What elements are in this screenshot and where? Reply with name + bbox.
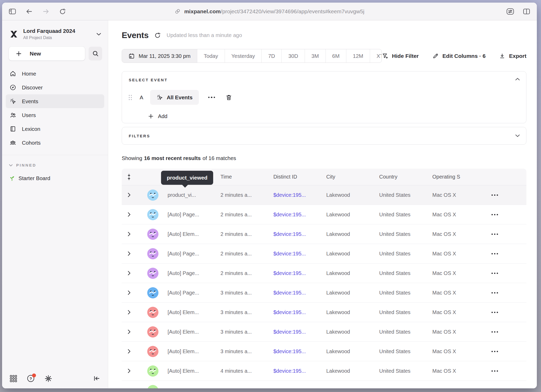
collapse-rows-icon[interactable] [127, 174, 131, 180]
hide-filter-button[interactable]: Hide Filter [382, 53, 419, 59]
distinct-id-link[interactable]: $device:195... [273, 329, 326, 335]
range-30d[interactable]: 30D [281, 49, 305, 63]
row-actions-button[interactable] [491, 214, 526, 215]
table-row[interactable]: [Auto] Page... 2 minutes a... $device:19… [122, 244, 526, 264]
column-header-country[interactable]: Country [379, 174, 432, 180]
column-header-os[interactable]: Operating S [432, 174, 491, 180]
collapse-sidebar-icon[interactable] [93, 375, 100, 382]
distinct-id-link[interactable]: $device:195... [273, 290, 326, 296]
expand-row-icon[interactable] [128, 271, 131, 275]
distinct-id-link[interactable]: $device:195... [273, 270, 326, 276]
event-selector-chip[interactable]: All Events [150, 90, 199, 105]
reload-icon[interactable] [59, 8, 66, 15]
expand-row-icon[interactable] [128, 329, 131, 334]
distinct-id-link[interactable]: $device:195... [273, 348, 326, 354]
row-actions-button[interactable] [491, 253, 526, 254]
address-bar[interactable]: mixpanel.com/project/3472420/view/397469… [175, 8, 364, 15]
row-actions-button[interactable] [491, 234, 526, 235]
export-button[interactable]: Export [499, 53, 526, 59]
range-today[interactable]: Today [197, 49, 225, 63]
distinct-id-link[interactable]: $device:195... [273, 309, 326, 315]
distinct-id-link[interactable]: $device:195... [273, 212, 326, 218]
event-more-button[interactable] [208, 97, 215, 98]
table-row[interactable]: product_vi... 2 minutes a... $device:195… [122, 185, 526, 205]
sidebar-item-lexicon[interactable]: Lexicon [6, 122, 104, 136]
range-6m[interactable]: 6M [325, 49, 346, 63]
expand-row-icon[interactable] [128, 310, 131, 315]
trash-icon[interactable] [225, 94, 232, 101]
row-actions-button[interactable] [491, 273, 526, 274]
back-icon[interactable] [26, 8, 33, 15]
page-settings-icon[interactable] [506, 8, 514, 15]
project-name: Lord Farquaad 2024 [23, 28, 75, 34]
city-cell: Lakewood [326, 290, 379, 296]
distinct-id-link[interactable]: $device:195... [273, 192, 326, 198]
column-header-time[interactable]: Time [220, 174, 273, 180]
date-picker-segment[interactable]: Mar 11, 2025 3:30 pm [122, 49, 197, 63]
table-row[interactable] [122, 381, 526, 388]
range-3m[interactable]: 3M [305, 49, 325, 63]
expand-row-icon[interactable] [128, 212, 131, 217]
table-row[interactable]: [Auto] Page... 3 minutes a... $device:19… [122, 283, 526, 303]
add-event-button[interactable]: Add [129, 113, 519, 119]
expand-row-icon[interactable] [128, 290, 131, 295]
project-selector[interactable]: Lord Farquaad 2024 All Project Data [2, 20, 108, 45]
row-actions-button[interactable] [491, 292, 526, 293]
apps-grid-icon[interactable] [10, 375, 17, 382]
table-row[interactable]: [Auto] Elem... 4 minutes a... $device:19… [122, 361, 526, 381]
expand-row-icon[interactable] [128, 193, 131, 197]
row-actions-button[interactable] [491, 194, 526, 196]
sidebar-item-home[interactable]: Home [6, 67, 104, 81]
forward-icon[interactable] [42, 8, 49, 15]
expand-row-icon[interactable] [128, 369, 131, 373]
expand-row-icon[interactable] [128, 232, 131, 236]
edit-columns-button[interactable]: Edit Columns · 6 [432, 53, 486, 59]
sidebar-item-starter-board[interactable]: Starter Board [2, 167, 108, 181]
help-button[interactable]: ? [27, 375, 35, 382]
range-xtd[interactable]: XTD [370, 49, 382, 63]
chevron-down-icon[interactable] [515, 134, 520, 137]
range-7d[interactable]: 7D [261, 49, 281, 63]
search-button[interactable] [89, 47, 102, 60]
split-view-icon[interactable] [523, 8, 530, 15]
main-content: Events Updated less than a minute ago Ma… [108, 20, 537, 388]
sidebar-item-users[interactable]: Users [6, 108, 104, 122]
table-row[interactable]: [Auto] Page... 2 minutes a... $device:19… [122, 205, 526, 224]
settings-gear-icon[interactable] [45, 375, 52, 382]
table-row[interactable]: [Auto] Page... 2 minutes a... $device:19… [122, 264, 526, 283]
distinct-id-link[interactable]: $device:195... [273, 251, 326, 257]
row-actions-button[interactable] [491, 312, 526, 313]
pinned-section-toggle[interactable]: PINNED [2, 155, 108, 167]
refresh-icon[interactable] [154, 32, 161, 39]
row-actions-button[interactable] [491, 370, 526, 372]
chevron-up-icon[interactable] [515, 78, 520, 81]
sidebar: Lord Farquaad 2024 All Project Data New [2, 20, 108, 388]
sidebar-item-cohorts[interactable]: Cohorts [6, 136, 104, 150]
expand-row-icon[interactable] [128, 349, 131, 354]
expand-row-icon[interactable] [128, 251, 131, 256]
range-12m[interactable]: 12M [346, 49, 370, 63]
sidebar-item-label: Lexicon [22, 126, 40, 132]
os-cell: Mac OS X [432, 368, 491, 374]
browser-sidebar-toggle-icon[interactable] [9, 8, 16, 15]
sidebar-item-label: Events [22, 98, 38, 105]
column-header-city[interactable]: City [326, 174, 379, 180]
drag-handle[interactable] [129, 95, 132, 100]
row-actions-button[interactable] [491, 331, 526, 333]
country-cell: United States [379, 270, 432, 276]
table-row[interactable]: [Auto] Elem... 2 minutes a... $device:19… [122, 224, 526, 244]
distinct-id-link[interactable]: $device:195... [273, 231, 326, 237]
table-row[interactable]: [Auto] Elem... 3 minutes a... $device:19… [122, 342, 526, 361]
column-header-distinct-id[interactable]: Distinct ID [273, 174, 326, 180]
table-row[interactable]: [Auto] Elem... 3 minutes a... $device:19… [122, 303, 526, 322]
range-yesterday[interactable]: Yesterday [225, 49, 261, 63]
row-actions-button[interactable] [491, 351, 526, 352]
city-cell: Lakewood [326, 251, 379, 257]
distinct-id-link[interactable]: $device:195... [273, 368, 326, 374]
sidebar-item-events[interactable]: Events [6, 94, 104, 108]
avatar [147, 268, 158, 279]
table-row[interactable]: [Auto] Elem... 3 minutes a... $device:19… [122, 322, 526, 342]
sidebar-item-discover[interactable]: Discover [6, 81, 104, 94]
new-button[interactable]: New [9, 47, 85, 60]
notification-dot [32, 373, 36, 377]
